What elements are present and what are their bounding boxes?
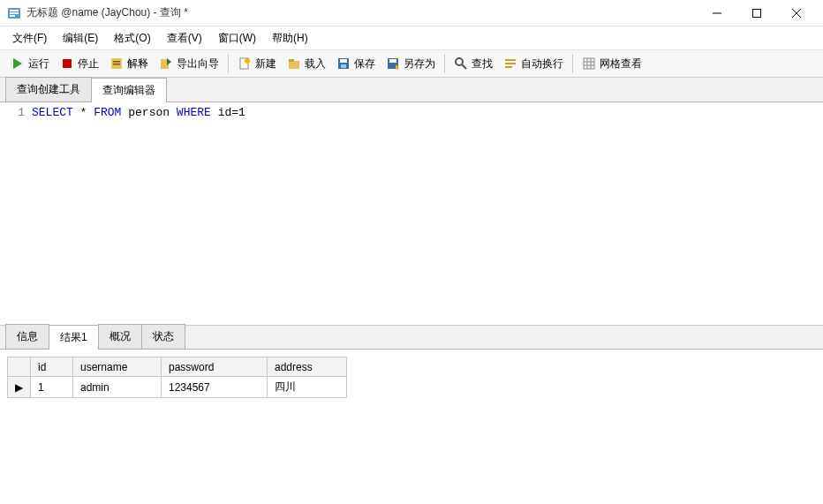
save-label: 保存 [354,56,375,71]
explain-label: 解释 [127,56,148,71]
kw-from: FROM [94,106,121,119]
result-grid-wrap: id username password address ▶ 1 admin 1… [0,350,823,491]
svg-rect-12 [113,64,120,65]
new-label: 新建 [255,56,276,71]
explain-button[interactable]: 解释 [104,54,154,74]
stop-label: 停止 [78,56,99,71]
save-button[interactable]: 保存 [331,54,381,74]
svg-rect-16 [289,61,299,69]
titlebar: 无标题 @name (JayChou) - 查询 * [0,0,823,26]
svg-point-15 [245,58,250,64]
query-tabs: 查询创建工具 查询编辑器 [0,78,823,102]
header-row: id username password address [8,357,347,377]
new-icon [238,56,252,71]
word-wrap-button[interactable]: 自动换行 [498,54,569,74]
svg-rect-1 [10,10,19,11]
col-password[interactable]: password [162,357,268,377]
maximize-button[interactable] [736,1,776,26]
save-as-button[interactable]: 另存为 [381,54,441,74]
line-number: 1 [18,106,25,119]
export-icon [159,56,173,71]
toolbar-separator [228,54,229,73]
tab-query-editor[interactable]: 查询编辑器 [91,78,167,102]
kw-select: SELECT [32,106,73,119]
cell-username[interactable]: admin [73,377,162,398]
menu-help[interactable]: 帮助(H) [265,28,315,49]
save-icon [336,56,351,71]
svg-rect-28 [584,58,594,69]
export-wizard-button[interactable]: 导出向导 [154,54,224,74]
run-button[interactable]: 运行 [5,54,55,74]
window-controls [697,1,816,26]
sql-table: person [121,106,176,119]
run-label: 运行 [28,56,49,71]
col-username[interactable]: username [73,357,162,377]
close-button[interactable] [776,1,816,26]
toolbar: 运行 停止 解释 导出向导 新建 载入 保存 另存为 查找 自动换行 网格查看 [0,49,823,78]
stop-icon [60,56,74,71]
toolbar-separator [572,54,573,73]
kw-where: WHERE [177,106,211,119]
menu-format[interactable]: 格式(O) [107,28,157,49]
svg-rect-25 [505,59,516,61]
grid-label: 网格查看 [600,56,642,71]
table-row[interactable]: ▶ 1 admin 1234567 四川 [8,377,347,398]
svg-point-23 [456,58,463,65]
window-title: 无标题 @name (JayChou) - 查询 * [26,5,697,20]
cell-address[interactable]: 四川 [268,377,347,398]
minimize-button[interactable] [697,1,736,26]
menubar: 文件(F) 编辑(E) 格式(O) 查看(V) 窗口(W) 帮助(H) [0,26,823,49]
grid-icon [582,56,596,71]
menu-edit[interactable]: 编辑(E) [56,28,105,49]
find-button[interactable]: 查找 [449,54,498,74]
search-icon [454,56,468,71]
svg-rect-2 [10,12,19,14]
result-grid[interactable]: id username password address ▶ 1 admin 1… [7,357,347,398]
sql-star: * [73,106,94,119]
find-label: 查找 [472,56,493,71]
play-icon [11,56,25,71]
wrap-icon [503,56,517,71]
svg-rect-11 [113,61,120,63]
svg-line-24 [462,64,466,69]
export-label: 导出向导 [177,56,219,71]
tab-messages[interactable]: 信息 [5,324,49,349]
cell-id[interactable]: 1 [31,377,73,398]
rowheader-corner [8,357,31,377]
svg-rect-17 [289,59,294,62]
stop-button[interactable]: 停止 [55,54,104,74]
col-address[interactable]: address [268,357,347,377]
code-area[interactable]: SELECT * FROM person WHERE id=1 [32,102,823,325]
load-label: 载入 [305,56,326,71]
svg-rect-26 [505,63,516,64]
save-as-icon [386,56,400,71]
new-button[interactable]: 新建 [232,54,282,74]
tab-profile[interactable]: 概况 [98,324,142,349]
menu-window[interactable]: 窗口(W) [211,28,263,49]
menu-file[interactable]: 文件(F) [5,28,54,49]
svg-rect-5 [752,9,760,17]
tab-query-builder[interactable]: 查询创建工具 [5,77,92,102]
line-gutter: 1 [0,102,32,325]
svg-rect-19 [340,59,347,63]
cell-password[interactable]: 1234567 [162,377,268,398]
svg-rect-20 [341,64,346,68]
app-icon [7,6,21,20]
svg-marker-8 [13,58,22,69]
save-as-label: 另存为 [404,56,435,71]
toolbar-separator [444,54,445,73]
load-icon [287,56,301,71]
menu-view[interactable]: 查看(V) [160,28,209,49]
tab-result1[interactable]: 结果1 [49,325,99,350]
svg-rect-22 [389,59,396,63]
sql-editor[interactable]: 1 SELECT * FROM person WHERE id=1 [0,102,823,325]
grid-view-button[interactable]: 网格查看 [577,54,647,74]
wrap-label: 自动换行 [521,56,563,71]
row-marker: ▶ [8,377,31,398]
svg-rect-3 [10,15,15,17]
tab-status[interactable]: 状态 [141,324,185,349]
load-button[interactable]: 载入 [282,54,331,74]
sql-condition: id=1 [211,106,245,119]
result-tabs: 信息 结果1 概况 状态 [0,325,823,350]
col-id[interactable]: id [31,357,73,377]
